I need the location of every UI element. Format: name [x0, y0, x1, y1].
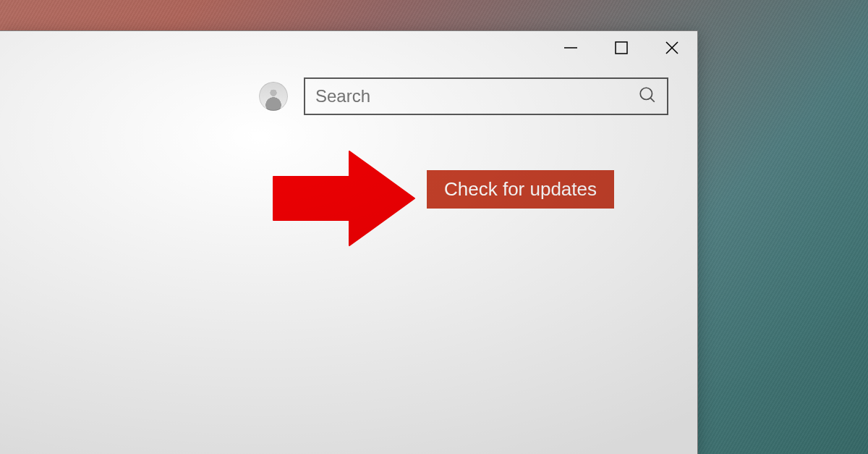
maximize-icon	[613, 39, 630, 56]
annotation-arrow	[266, 144, 418, 256]
user-avatar[interactable]	[259, 82, 288, 111]
search-input[interactable]	[315, 86, 638, 106]
svg-line-5	[650, 98, 654, 101]
arrow-right-icon	[266, 144, 418, 253]
svg-rect-1	[616, 42, 627, 54]
header-row	[0, 77, 697, 115]
svg-point-4	[640, 88, 652, 99]
search-box[interactable]	[304, 77, 668, 115]
svg-marker-6	[273, 151, 414, 245]
check-for-updates-button[interactable]: Check for updates	[427, 170, 614, 209]
titlebar	[0, 31, 697, 64]
content-area: Check for updates	[0, 144, 697, 274]
close-button[interactable]	[647, 31, 697, 64]
search-icon[interactable]	[638, 85, 657, 107]
minimize-button[interactable]	[545, 31, 596, 64]
app-window: Check for updates	[0, 30, 698, 454]
close-icon	[663, 39, 681, 56]
minimize-icon	[562, 39, 579, 56]
maximize-button[interactable]	[596, 31, 647, 64]
